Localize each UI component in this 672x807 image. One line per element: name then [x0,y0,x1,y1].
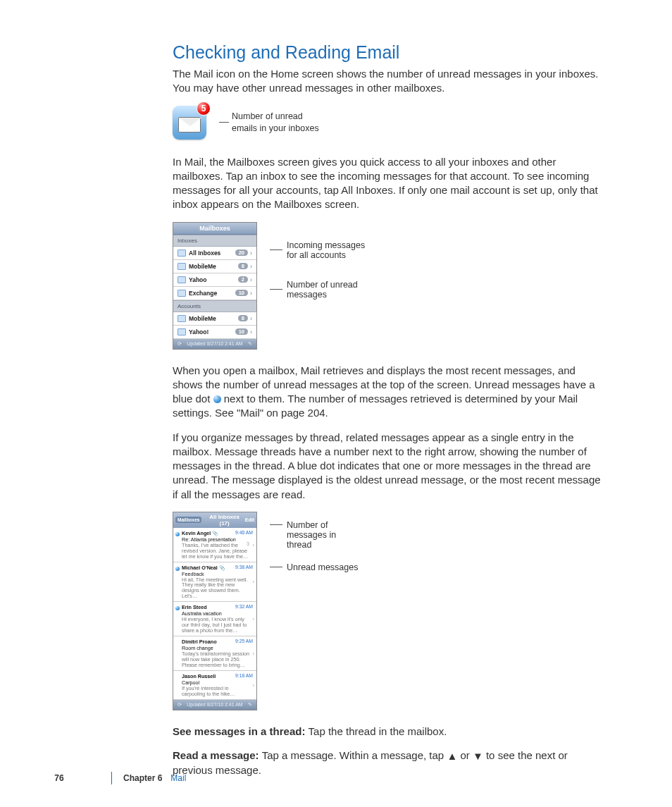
mailbox-label: Yahoo! [189,328,235,335]
msg-from: Kevin Angel 📎 [182,530,218,536]
mailbox-row: MobileMe8› [173,260,256,273]
read-text-b: or [457,749,473,761]
callout-line [219,122,229,123]
chapter-label: Chapter 6 [123,773,162,783]
unread-badge: 5 [197,101,211,116]
mailboxes-paragraph: In Mail, the Mailboxes screen gives you … [173,155,602,212]
msg-preview: Today's brainstorming session will now t… [182,651,253,668]
thread-count: 3 [247,541,249,546]
mailbox-label: All Inboxes [189,250,235,257]
chevron-right-icon: › [250,250,252,257]
attachment-icon: 📎 [219,565,225,570]
inbox-title: All Inboxes (17) [204,514,244,526]
section-inboxes: Inboxes [173,235,256,247]
callout-incoming: Incoming messages for all accounts [287,240,371,260]
see-thread-line: See messages in a thread: Tap the thread… [173,725,602,739]
mailbox-icon [178,276,186,283]
chevron-right-icon: › [250,276,252,283]
updated-text: Updated 8/27/10 2:41 AM [182,341,248,346]
compose-icon: ✎ [248,702,252,708]
mailbox-icon [178,250,186,257]
message-row: Dimitri Proano9:25 AMRoom changeToday's … [173,636,256,671]
msg-preview: Thanks, I've attached the revised versio… [182,543,253,560]
section-heading: Checking and Reading Email [173,42,602,63]
msg-preview: Hi everyone, I know it's only our third … [182,617,253,634]
message-row: Kevin Angel 📎9:40 AMRe: Atlanta presenta… [173,528,256,562]
chevron-right-icon: › [250,290,252,297]
mailbox-row: Yahoo!10› [173,326,256,339]
see-thread-label: See messages in a thread: [173,725,309,737]
intro-paragraph: The Mail icon on the Home screen shows t… [173,67,602,96]
page-footer: 76 Chapter 6 Mail [49,772,186,784]
mailboxes-figure: Mailboxes Inboxes All Inboxes20›MobileMe… [173,222,602,350]
msg-preview: If you're interested in carpooling to th… [182,686,253,697]
mailbox-icon [178,263,186,270]
p3b: next to them. The number of messages ret… [173,393,578,419]
message-row: Jason Russell9:18 AMCarpoolIf you're int… [173,671,256,700]
thread-paragraph: If you organize messages by thread, rela… [173,431,602,502]
phone-inbox-toolbar: ⟳ Updated 8/27/10 2:41 AM ✎ [173,700,256,710]
attachment-icon: 📎 [212,531,218,536]
msg-time: 9:25 AM [235,639,253,645]
back-button: Mailboxes [175,517,201,523]
msg-from: Erin Steed [182,604,207,610]
message-row: Michael O'Neal 📎9:38 AMFeedbackHi all, T… [173,562,256,603]
mail-icon-figure: 5 Number of unread emails in your inboxe… [173,106,602,140]
msg-time: 9:18 AM [235,673,253,679]
open-mailbox-paragraph: When you open a mailbox, Mail retrieves … [173,364,602,421]
icon-caption: Number of unread emails in your inboxes [232,111,319,134]
mailbox-label: MobileMe [189,263,238,270]
phone-inbox: Mailboxes All Inboxes (17) Edit Kevin An… [173,512,257,710]
callout-unread-msgs: Unread messages [287,562,358,572]
page-number: 76 [49,773,69,783]
see-thread-text: Tap the thread in the mailbox. [309,725,447,737]
footer-divider [111,772,112,784]
msg-from: Jason Russell [182,673,216,679]
page-content: Checking and Reading Email The Mail icon… [173,42,602,787]
mailbox-icon [178,315,186,322]
inbox-figure: Mailboxes All Inboxes (17) Edit Kevin An… [173,512,602,710]
msg-from: Michael O'Neal 📎 [182,565,225,571]
message-row: Erin Steed9:32 AMAustralia vacationHi ev… [173,602,256,636]
chevron-right-icon: › [250,328,252,335]
chevron-right-icon: › [253,541,254,548]
unread-dot-icon [175,567,180,571]
mailbox-row: Exchange10› [173,287,256,300]
mailbox-label: MobileMe [189,315,238,322]
count-pill: 10 [235,290,248,296]
mailbox-row: MobileMe8› [173,312,256,326]
msg-time: 9:38 AM [235,565,253,571]
phone-toolbar: ⟳ Updated 8/27/10 2:41 AM ✎ [173,339,256,349]
updated-text: Updated 8/27/10 2:41 AM [182,702,248,707]
mailbox-label: Exchange [189,290,235,297]
msg-time: 9:40 AM [235,530,253,536]
unread-dot-icon [175,606,180,610]
callout-thread-count: Number of messages in thread [287,520,357,550]
compose-icon: ✎ [248,341,252,347]
chevron-right-icon: › [253,616,254,622]
mailbox-label: Yahoo [189,276,238,283]
envelope-icon [178,117,201,133]
chevron-right-icon: › [253,650,254,656]
section-accounts: Accounts [173,300,256,312]
mail-app-icon: 5 [173,106,206,140]
chapter-name: Mail [170,773,186,783]
msg-preview: Hi all, The meeting went well. They real… [182,577,253,600]
read-message-line: Read a message: Tap a message. Within a … [173,749,602,778]
unread-dot-icon [175,532,180,536]
mailbox-row: Yahoo2› [173,273,256,287]
mailboxes-callouts: Incoming messages for all accounts Numbe… [270,222,371,300]
inbox-callouts: Number of messages in thread Unread mess… [270,512,358,572]
count-pill: 10 [235,328,248,335]
down-triangle-icon: ▼ [473,749,483,763]
chevron-right-icon: › [250,263,252,270]
phone-title: Mailboxes [173,223,256,235]
edit-button: Edit [245,517,254,522]
icon-caption-line1: Number of unread [232,111,303,121]
chevron-right-icon: › [253,682,254,688]
phone-inbox-header: Mailboxes All Inboxes (17) Edit [173,512,256,528]
mailbox-row: All Inboxes20› [173,247,256,260]
up-triangle-icon: ▲ [447,749,457,763]
msg-time: 9:32 AM [235,604,253,610]
count-pill: 8 [238,315,248,321]
